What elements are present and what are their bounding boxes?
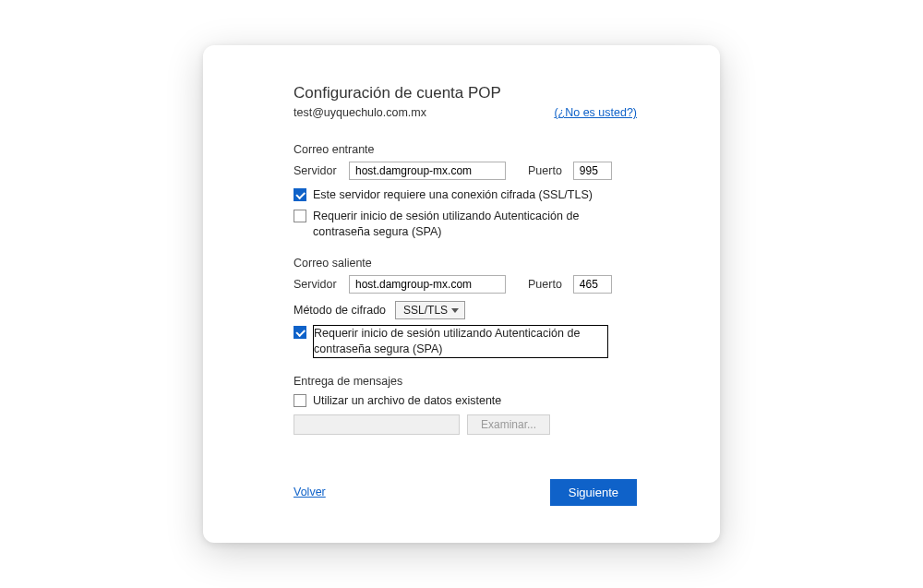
incoming-server-row: Servidor Puerto xyxy=(294,162,637,180)
encryption-method-row: Método de cifrado SSL/TLS xyxy=(294,301,637,319)
outgoing-port-label: Puerto xyxy=(528,278,562,291)
encryption-method-label: Método de cifrado xyxy=(294,304,386,317)
incoming-server-label: Servidor xyxy=(294,164,342,177)
incoming-server-input[interactable] xyxy=(349,162,506,180)
use-existing-checkbox[interactable] xyxy=(294,394,306,407)
outgoing-server-row: Servidor Puerto xyxy=(294,275,637,294)
incoming-spa-row: Requerir inicio de sesión utilizando Aut… xyxy=(294,209,637,240)
not-you-link[interactable]: (¿No es usted?) xyxy=(554,106,637,119)
account-email: test@uyquechulo.com.mx xyxy=(294,106,426,119)
delivery-section-label: Entrega de mensajes xyxy=(294,375,637,388)
incoming-port-label: Puerto xyxy=(528,164,562,177)
incoming-spa-checkbox[interactable] xyxy=(294,210,306,222)
dialog-footer: Volver Siguiente xyxy=(294,479,637,506)
browse-button: Examinar... xyxy=(467,414,550,435)
subtitle-row: test@uyquechulo.com.mx (¿No es usted?) xyxy=(294,106,637,119)
dialog-title: Configuración de cuenta POP xyxy=(294,84,637,102)
outgoing-server-label: Servidor xyxy=(294,278,342,291)
datafile-row: Examinar... xyxy=(294,414,637,435)
incoming-ssl-checkbox[interactable] xyxy=(294,188,306,201)
encryption-method-value: SSL/TLS xyxy=(403,304,448,317)
encryption-method-select[interactable]: SSL/TLS xyxy=(395,301,465,319)
use-existing-label: Utilizar un archivo de datos existente xyxy=(313,393,501,409)
outgoing-server-input[interactable] xyxy=(349,275,506,294)
incoming-port-input[interactable] xyxy=(573,162,612,180)
pop-settings-dialog: Configuración de cuenta POP test@uyquech… xyxy=(203,45,720,542)
outgoing-spa-checkbox[interactable] xyxy=(294,326,306,339)
outgoing-spa-row: Requerir inicio de sesión utilizando Aut… xyxy=(294,325,637,358)
next-button[interactable]: Siguiente xyxy=(550,479,637,506)
incoming-section-label: Correo entrante xyxy=(294,143,637,156)
incoming-spa-label: Requerir inicio de sesión utilizando Aut… xyxy=(313,209,608,240)
outgoing-spa-label: Requerir inicio de sesión utilizando Aut… xyxy=(313,325,608,358)
incoming-ssl-label: Este servidor requiere una conexión cifr… xyxy=(313,187,593,203)
back-link[interactable]: Volver xyxy=(294,486,326,498)
use-existing-row: Utilizar un archivo de datos existente xyxy=(294,393,637,409)
outgoing-port-input[interactable] xyxy=(573,275,612,294)
incoming-ssl-row: Este servidor requiere una conexión cifr… xyxy=(294,187,637,203)
datafile-path-input xyxy=(294,414,460,435)
outgoing-section-label: Correo saliente xyxy=(294,257,637,270)
